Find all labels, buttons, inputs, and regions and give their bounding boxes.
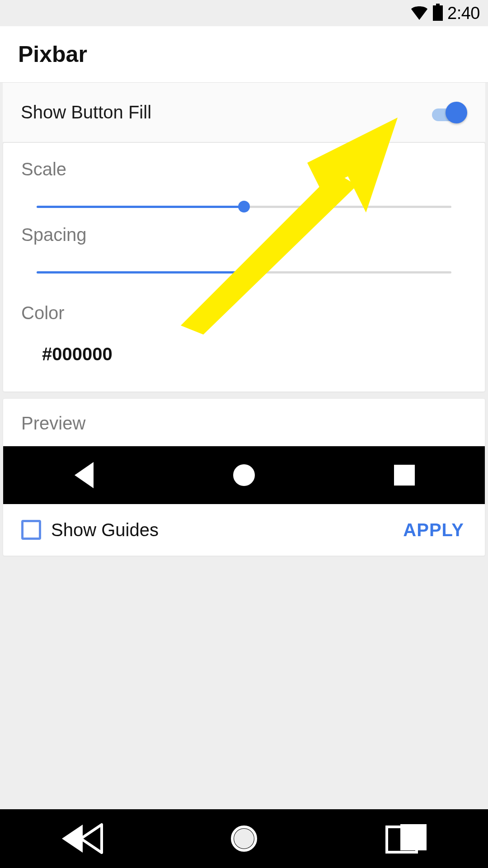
show-button-fill-switch[interactable]	[432, 104, 467, 121]
svg-rect-3	[394, 465, 415, 486]
spacing-slider[interactable]	[21, 262, 467, 282]
app-bar: Pixbar	[0, 26, 488, 83]
show-guides-checkbox[interactable]	[21, 520, 41, 540]
scale-label: Scale	[21, 159, 467, 179]
spacing-block: Spacing	[21, 225, 467, 282]
settings-card: Scale Spacing Color #000000	[3, 142, 485, 392]
preview-back-button	[29, 461, 138, 489]
preview-nav-bar	[3, 446, 485, 504]
show-guides-label: Show Guides	[51, 520, 159, 540]
svg-rect-0	[436, 4, 440, 5]
apply-button[interactable]: APPLY	[400, 515, 467, 545]
preview-home-button	[190, 463, 298, 487]
scale-slider[interactable]	[21, 197, 467, 217]
scale-block: Scale	[21, 159, 467, 217]
battery-icon	[433, 4, 443, 23]
preview-recent-button	[350, 463, 459, 487]
svg-rect-9	[400, 824, 427, 850]
spacing-label: Spacing	[21, 225, 467, 245]
scale-slider-thumb[interactable]	[238, 201, 250, 212]
app-title: Pixbar	[18, 41, 87, 67]
preview-card: Preview Show Guides APPLY	[3, 398, 485, 556]
system-home-button[interactable]	[185, 826, 303, 852]
system-nav-bar	[0, 809, 488, 868]
show-button-fill-row[interactable]: Show Button Fill	[3, 83, 485, 142]
status-bar: 2:40	[0, 0, 488, 26]
svg-rect-1	[433, 5, 443, 21]
system-recent-button[interactable]	[348, 822, 465, 855]
preview-label: Preview	[3, 399, 485, 446]
svg-point-7	[234, 829, 254, 849]
show-guides-row[interactable]: Show Guides	[21, 520, 159, 540]
color-label: Color	[21, 303, 467, 323]
color-value: #000000	[21, 344, 467, 364]
show-button-fill-label: Show Button Fill	[21, 102, 151, 123]
spacing-slider-thumb[interactable]	[238, 266, 250, 278]
status-time: 2:40	[447, 4, 480, 23]
svg-point-2	[233, 464, 255, 486]
wifi-icon	[410, 5, 428, 22]
system-back-button[interactable]	[23, 822, 140, 855]
color-block[interactable]: Color #000000	[3, 303, 485, 392]
